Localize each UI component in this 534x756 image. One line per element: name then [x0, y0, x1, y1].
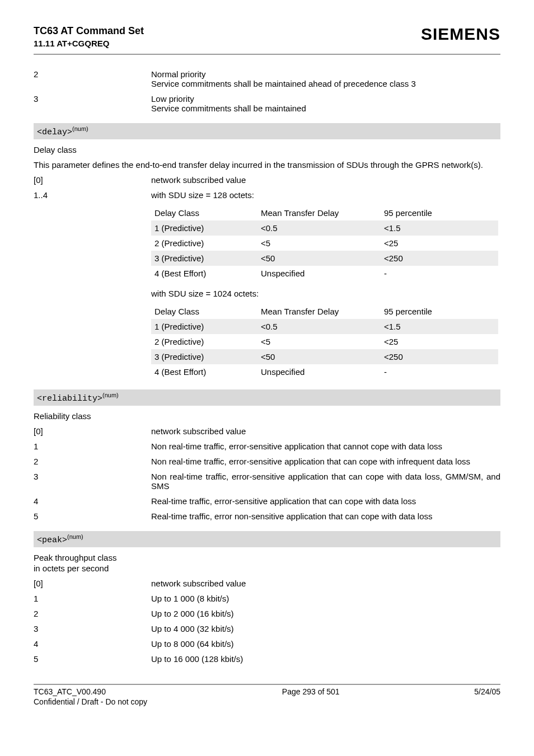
table-cell: <0.5 [257, 319, 381, 334]
delay-table-1024: Delay ClassMean Transfer Delay95 percent… [151, 304, 498, 379]
footer-left-1: TC63_ATC_V00.490 [34, 687, 147, 696]
kv-value: Up to 2 000 (16 kbit/s) [151, 609, 500, 618]
delay-label: Delay class [34, 145, 500, 154]
delay-caption-1024: with SDU size = 1024 octets: [151, 289, 500, 298]
kv-key: 1 [34, 594, 151, 603]
table-row: 4 (Best Effort)Unspecified- [151, 266, 498, 281]
table-cell: 3 (Predictive) [151, 349, 257, 364]
param-peak-sup: (num) [67, 533, 83, 540]
kv-key: 1 [34, 442, 151, 451]
kv-row: 2Normal priority Service commitments sha… [34, 69, 500, 88]
table-cell: Unspecified [257, 266, 381, 281]
table-cell: Unspecified [257, 364, 381, 379]
header-left: TC63 AT Command Set 11.11 AT+CGQREQ [34, 25, 144, 48]
table-cell: 3 (Predictive) [151, 251, 257, 266]
table-cell: <5 [257, 334, 381, 349]
footer-right: 5/24/05 [474, 687, 500, 706]
kv-row: 4Up to 8 000 (64 kbit/s) [34, 639, 500, 649]
page-footer: TC63_ATC_V00.490 Confidential / Draft - … [34, 687, 500, 706]
footer-left-2: Confidential / Draft - Do not copy [34, 697, 147, 706]
table-header-cell: Delay Class [151, 304, 257, 319]
kv-key: 4 [34, 496, 151, 506]
kv-value: Normal priority Service commitments shal… [151, 69, 500, 88]
kv-row: 3Low priority Service commitments shall … [34, 94, 500, 113]
delay-table-128: Delay ClassMean Transfer Delay95 percent… [151, 205, 498, 281]
table-header-cell: 95 percentile [381, 304, 498, 319]
kv-key: 2 [34, 457, 151, 466]
table-row: 3 (Predictive)<50<250 [151, 349, 498, 364]
table-cell: <250 [381, 349, 498, 364]
table-cell: <25 [381, 334, 498, 349]
kv-value: network subscribed value [151, 175, 500, 185]
reliability-label: Reliability class [34, 411, 500, 421]
table-header-cell: Mean Transfer Delay [257, 304, 381, 319]
kv-row: 2Up to 2 000 (16 kbit/s) [34, 609, 500, 618]
table-cell: <1.5 [381, 220, 498, 236]
header-rule [34, 54, 500, 55]
table-cell: <50 [257, 251, 381, 266]
kv-value: Up to 8 000 (64 kbit/s) [151, 639, 500, 649]
kv-row: 1Up to 1 000 (8 kbit/s) [34, 594, 500, 603]
table-row: 3 (Predictive)<50<250 [151, 251, 498, 266]
kv-value: Non real-time traffic, error-sensitive a… [151, 457, 500, 466]
brand-logo: SIEMENS [421, 25, 500, 44]
param-reliability-sup: (num) [102, 392, 119, 398]
header-sub: 11.11 AT+CGQREQ [34, 39, 144, 48]
param-delay-sup: (num) [72, 125, 88, 132]
param-peak-code: <peak> [37, 536, 67, 545]
kv-value: Up to 4 000 (32 kbit/s) [151, 624, 500, 633]
param-reliability-code: <reliability> [37, 394, 102, 403]
table-row: 2 (Predictive)<5<25 [151, 334, 498, 349]
kv-row: 4Real-time traffic, error-sensitive appl… [34, 496, 500, 506]
table-cell: <25 [381, 236, 498, 251]
kv-key: 4 [34, 639, 151, 649]
kv-key: 2 [34, 69, 151, 88]
table-cell: 2 (Predictive) [151, 236, 257, 251]
kv-key: 1..4 [34, 190, 151, 200]
kv-row: 5Real-time traffic, error non-sensitive … [34, 511, 500, 521]
kv-value: Non real-time traffic, error-sensitive a… [151, 472, 500, 491]
table-row: 4 (Best Effort)Unspecified- [151, 364, 498, 379]
table-cell: <5 [257, 236, 381, 251]
kv-key: 3 [34, 624, 151, 633]
page-header: TC63 AT Command Set 11.11 AT+CGQREQ SIEM… [34, 25, 500, 48]
table-row: 2 (Predictive)<5<25 [151, 236, 498, 251]
table-header-cell: Mean Transfer Delay [257, 205, 381, 220]
table-header-cell: Delay Class [151, 205, 257, 220]
table-cell: 1 (Predictive) [151, 220, 257, 236]
kv-value: Non real-time traffic, error-sensitive a… [151, 442, 500, 451]
kv-key: [0] [34, 426, 151, 436]
table-header-cell: 95 percentile [381, 205, 498, 220]
table-cell: 4 (Best Effort) [151, 364, 257, 379]
table-cell: <1.5 [381, 319, 498, 334]
table-cell: - [381, 364, 498, 379]
kv-key: [0] [34, 175, 151, 185]
table-row: 1 (Predictive)<0.5<1.5 [151, 220, 498, 236]
kv-row: 1..4with SDU size = 128 octets: [34, 190, 500, 200]
kv-key: 3 [34, 472, 151, 491]
peak-sublabel: in octets per second [34, 564, 500, 573]
header-title: TC63 AT Command Set [34, 25, 144, 37]
kv-value: Real-time traffic, error-sensitive appli… [151, 496, 500, 506]
footer-center: Page 293 of 501 [282, 687, 340, 706]
kv-value: with SDU size = 128 octets: [151, 190, 500, 200]
param-peak-heading: <peak>(num) [34, 531, 500, 547]
kv-row: [0]network subscribed value [34, 579, 500, 588]
param-reliability-heading: <reliability>(num) [34, 389, 500, 406]
kv-row: [0]network subscribed value [34, 426, 500, 436]
kv-row: 5Up to 16 000 (128 kbit/s) [34, 654, 500, 664]
kv-row: 3Non real-time traffic, error-sensitive … [34, 472, 500, 491]
kv-key: 2 [34, 609, 151, 618]
peak-label: Peak throughput class [34, 553, 500, 562]
table-cell: <50 [257, 349, 381, 364]
param-delay-heading: <delay>(num) [34, 123, 500, 139]
delay-desc: This parameter defines the end-to-end tr… [34, 160, 500, 170]
kv-value: Up to 16 000 (128 kbit/s) [151, 654, 500, 664]
kv-row: 2Non real-time traffic, error-sensitive … [34, 457, 500, 466]
kv-key: [0] [34, 579, 151, 588]
table-row: 1 (Predictive)<0.5<1.5 [151, 319, 498, 334]
table-cell: 1 (Predictive) [151, 319, 257, 334]
kv-row: [0]network subscribed value [34, 175, 500, 185]
kv-value: Low priority Service commitments shall b… [151, 94, 500, 113]
kv-key: 3 [34, 94, 151, 113]
